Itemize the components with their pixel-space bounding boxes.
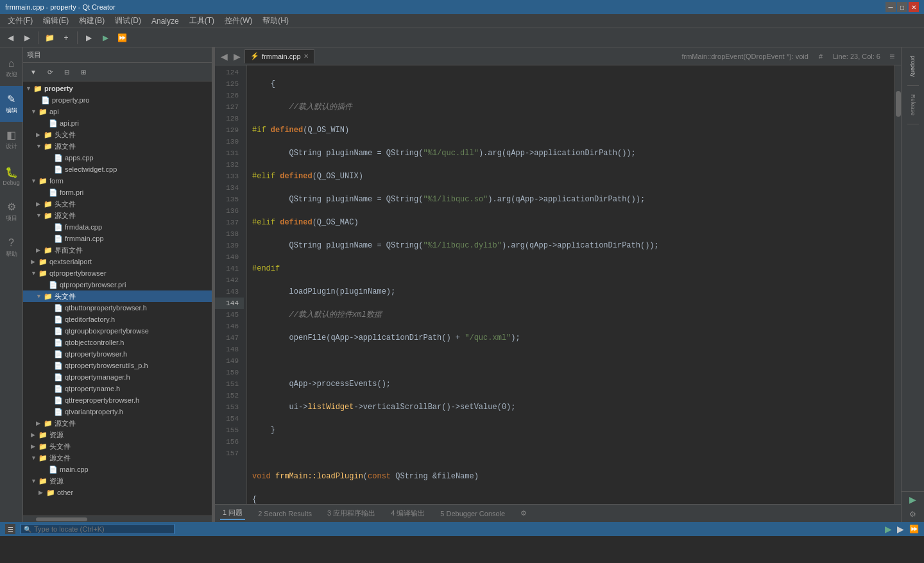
status-step-over[interactable]: ⏩ — [909, 525, 919, 534]
tree-node-form[interactable]: ▼ 📁 form — [23, 175, 212, 187]
tree-node-qtobject[interactable]: 📄 qtobjectcontroller.h — [23, 337, 212, 348]
tree-node-qtpropmanager[interactable]: 📄 qtpropertymanager.h — [23, 371, 212, 383]
menu-build[interactable]: 构建(B) — [74, 14, 110, 28]
menu-tools[interactable]: 工具(T) — [184, 14, 219, 28]
right-sidebar-release[interactable]: Release — [907, 86, 919, 124]
tree-node-property[interactable]: ▼ 📁 property — [23, 83, 212, 94]
tree-node-qtbuttonprop[interactable]: 📄 qtbuttonpropertybrowser.h — [23, 302, 212, 314]
code-line-141: void frmMain::loadPlugin(const QString &… — [252, 471, 889, 482]
ln-151: 151 — [215, 378, 244, 390]
tree-node-api-pri[interactable]: 📄 api.pri — [23, 117, 212, 129]
tab-nav-forward[interactable]: ▶ — [230, 50, 243, 63]
sidebar-item-edit[interactable]: ✎ 编辑 — [0, 86, 23, 122]
tree-node-qtgroupbox[interactable]: 📄 qtgroupboxpropertybrowse — [23, 325, 212, 337]
toolbar-new[interactable]: + — [58, 30, 74, 46]
bottom-tab-settings-icon[interactable]: ⚙ — [520, 509, 527, 517]
window-controls[interactable]: ─ □ ✕ — [886, 2, 919, 12]
tree-node-qtpropertybrowser-h[interactable]: 📄 qtpropertybrowser.h — [23, 348, 212, 360]
bottom-tab-buildout[interactable]: 4 编译输出 — [388, 507, 427, 519]
bottom-tab-problems[interactable]: 1 问题 — [220, 507, 245, 520]
ln-126: 126 — [215, 90, 244, 101]
close-button[interactable]: ✕ — [909, 2, 919, 12]
tree-node-headers-top[interactable]: ▶ 📁 头文件 — [23, 441, 212, 452]
toolbar-open[interactable]: 📁 — [42, 30, 57, 46]
menu-help[interactable]: 帮助(H) — [257, 14, 294, 28]
minimize-button[interactable]: ─ — [886, 2, 896, 12]
tree-expand-btn[interactable]: ⊞ — [76, 64, 91, 80]
menu-analyze[interactable]: Analyze — [146, 15, 184, 27]
bottom-tab-debugconsole[interactable]: 5 Debugger Console — [438, 508, 508, 519]
sidebar-item-debug[interactable]: 🐛 Debug — [0, 158, 23, 194]
status-debug-play[interactable]: ▶ — [897, 524, 904, 534]
tree-node-main-cpp[interactable]: 📄 main.cpp — [23, 464, 212, 475]
menu-file[interactable]: 文件(F) — [3, 14, 38, 28]
toolbar-back[interactable]: ◀ — [3, 30, 18, 46]
scrollbar-thumb[interactable] — [896, 91, 901, 117]
tree-node-api-headers[interactable]: ▶ 📁 头文件 — [23, 129, 212, 140]
status-search-box[interactable]: 🔍 — [21, 524, 175, 534]
sidebar-item-design[interactable]: ◧ 设计 — [0, 122, 23, 158]
right-sidebar-gear-btn[interactable]: ⚙ — [902, 507, 925, 522]
bottom-tab-search[interactable]: 2 Search Results — [255, 508, 314, 519]
code-content[interactable]: { //载入默认的插件 #if defined(Q_OS_WIN) QStrin… — [247, 65, 894, 504]
toolbar-forward[interactable]: ▶ — [19, 30, 35, 46]
search-input-status[interactable] — [34, 525, 150, 533]
sidebar-item-welcome[interactable]: ⌂ 欢迎 — [0, 50, 23, 86]
tree-collapse-btn[interactable]: ⊟ — [59, 64, 74, 80]
tree-node-property-pro[interactable]: 📄 property.pro — [23, 94, 212, 106]
tab-close-frmmain[interactable]: ✕ — [304, 53, 309, 60]
tree-sync-btn[interactable]: ⟳ — [42, 64, 58, 80]
tree-node-api[interactable]: ▼ 📁 api — [23, 106, 212, 117]
tree-node-qtprop-pri[interactable]: 📄 qtpropertybrowser.pri — [23, 279, 212, 290]
tree-node-apps-cpp[interactable]: 📄 apps.cpp — [23, 152, 212, 164]
tree-node-form-headers[interactable]: ▶ 📁 头文件 — [23, 198, 212, 210]
tree-node-frmdata[interactable]: 📄 frmdata.cpp — [23, 221, 212, 233]
tree-node-qtprop-sources[interactable]: ▶ 📁 源文件 — [23, 417, 212, 429]
tree-scrollbar-h[interactable] — [23, 516, 212, 522]
folder-icon-stop: 📁 — [38, 454, 47, 462]
tree-label-form-headers: 头文件 — [55, 199, 76, 209]
bottom-tab-appout[interactable]: 3 应用程序输出 — [325, 507, 378, 519]
sidebar-item-help[interactable]: ? 帮助 — [0, 230, 23, 265]
tree-node-form-ui[interactable]: ▶ 📁 界面文件 — [23, 244, 212, 256]
menu-controls[interactable]: 控件(W) — [219, 14, 257, 28]
right-sidebar-run-btn[interactable]: ▶ — [902, 491, 925, 507]
folder-icon-form-ui: 📁 — [44, 246, 53, 255]
tree-node-qtproputils[interactable]: 📄 qtpropertybrowserutils_p.h — [23, 360, 212, 371]
sidebar-item-project[interactable]: ⚙ 项目 — [0, 194, 23, 230]
tree-node-qtvariant[interactable]: 📄 qtvariantproperty.h — [23, 406, 212, 417]
tree-node-sources-top[interactable]: ▼ 📁 源文件 — [23, 452, 212, 464]
tree-node-qtpropname[interactable]: 📄 qtpropertyname.h — [23, 383, 212, 394]
tab-nav-back[interactable]: ◀ — [218, 50, 230, 63]
tab-frmmain[interactable]: ⚡ frmmain.cpp ✕ — [244, 49, 314, 63]
tree-node-selectwidget[interactable]: 📄 selectwidget.cpp — [23, 164, 212, 175]
toolbar-debug-run[interactable]: ▶ — [98, 30, 113, 46]
menu-debug[interactable]: 调试(D) — [110, 14, 146, 28]
right-sidebar-property[interactable]: property — [907, 47, 919, 86]
file-icon-qttreeprop: 📄 — [54, 396, 63, 405]
tree-node-resources1[interactable]: ▶ 📁 资源 — [23, 429, 212, 441]
tree-node-qttreeprop[interactable]: 📄 qttreepropertybrowser.h — [23, 394, 212, 406]
tree-node-form-pri[interactable]: 📄 form.pri — [23, 187, 212, 198]
maximize-button[interactable]: □ — [897, 2, 907, 12]
tree-node-other[interactable]: ▶ 📁 other — [23, 487, 212, 498]
tree-node-qtprop-headers[interactable]: ▼ 📁 头文件 — [23, 290, 212, 302]
code-scrollbar[interactable] — [894, 65, 901, 504]
tree-node-frmmain[interactable]: 📄 frmmain.cpp — [23, 233, 212, 244]
toolbar-step[interactable]: ⏩ — [114, 30, 130, 46]
tree-node-qteditorfactory[interactable]: 📄 qteditorfactory.h — [23, 314, 212, 325]
tree-node-form-sources[interactable]: ▼ 📁 源文件 — [23, 210, 212, 221]
code-line-133: loadPlugin(pluginName); — [252, 286, 889, 298]
tree-node-resources2[interactable]: ▼ 📁 资源 — [23, 475, 212, 487]
tab-settings-btn[interactable]: ≡ — [886, 50, 898, 63]
tree-node-qtprop[interactable]: ▼ 📁 qtpropertybrowser — [23, 267, 212, 279]
tree-label-qtpropname: qtpropertyname.h — [65, 385, 120, 392]
tree-filter-btn[interactable]: ▼ — [26, 64, 41, 80]
toolbar-build[interactable]: ▶ — [81, 30, 96, 46]
tree-node-qext[interactable]: ▶ 📁 qextserialport — [23, 256, 212, 267]
menu-edit[interactable]: 编辑(E) — [38, 14, 74, 28]
status-build-play[interactable]: ▶ — [885, 524, 892, 534]
code-line-131: QString pluginName = QString("%1/libquc.… — [252, 240, 889, 251]
folder-icon-api: 📁 — [38, 108, 47, 116]
tree-node-api-sources[interactable]: ▼ 📁 源文件 — [23, 140, 212, 152]
